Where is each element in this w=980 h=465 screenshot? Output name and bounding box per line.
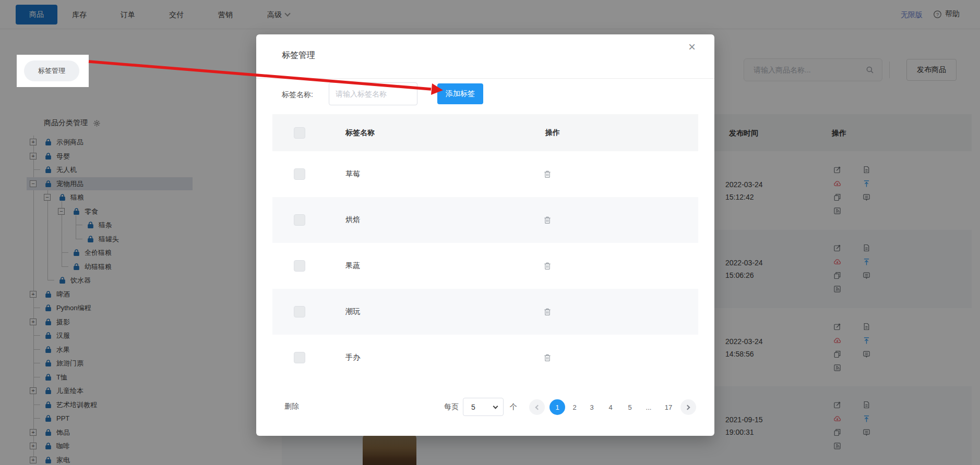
trash-icon[interactable]	[543, 307, 552, 316]
column-tag-name: 标签名称	[345, 128, 375, 138]
per-page-select[interactable]: 5	[463, 398, 504, 416]
tag-name-label: 标签名称:	[282, 90, 313, 100]
tag-row: 果蔬	[272, 243, 698, 289]
chevron-left-icon	[535, 405, 541, 410]
row-checkbox[interactable]	[294, 260, 305, 272]
app-window: 商品 库存 订单 交付 营销 高级 无限版 帮助 商品分类管理 +示例商品 +母…	[0, 0, 980, 465]
trash-icon[interactable]	[543, 261, 552, 271]
modal-title: 标签管理	[282, 50, 315, 61]
page-button-3[interactable]: 3	[584, 399, 600, 415]
tag-name-input[interactable]	[329, 82, 417, 105]
tag-table: 标签名称 操作 草莓 烘焙 果蔬 潮玩	[272, 114, 698, 381]
page-button-1[interactable]: 1	[549, 399, 565, 415]
page-button-17[interactable]: 17	[661, 399, 676, 415]
tag-name: 潮玩	[345, 307, 360, 316]
tag-row: 烘焙	[272, 197, 698, 243]
add-tag-button[interactable]: 添加标签	[437, 83, 483, 104]
row-checkbox[interactable]	[294, 168, 305, 180]
tag-name: 手办	[345, 353, 360, 362]
trash-icon[interactable]	[543, 215, 552, 225]
tag-row: 草莓	[272, 151, 698, 197]
select-all-checkbox[interactable]	[294, 127, 305, 139]
row-checkbox[interactable]	[294, 214, 305, 226]
modal-divider	[256, 78, 714, 79]
delete-selected-button[interactable]: 删除	[284, 402, 299, 411]
page-button-2[interactable]: 2	[567, 399, 582, 415]
tag-table-header: 标签名称 操作	[272, 114, 698, 151]
per-page-unit: 个	[510, 402, 517, 412]
page-button-5[interactable]: 5	[622, 399, 638, 415]
column-actions: 操作	[545, 128, 560, 138]
row-checkbox[interactable]	[294, 352, 305, 363]
per-page-value: 5	[471, 403, 475, 411]
tag-name: 烘焙	[345, 215, 360, 225]
prev-page-button[interactable]	[529, 399, 545, 415]
row-checkbox[interactable]	[294, 306, 305, 317]
page-button-4[interactable]: 4	[603, 399, 618, 415]
spotlight-box: 标签管理	[17, 55, 89, 87]
tag-manager-modal: 标签管理 × 标签名称: 添加标签 标签名称 操作 草莓 烘焙	[256, 34, 714, 436]
chevron-down-icon	[493, 404, 498, 409]
tag-manager-button[interactable]: 标签管理	[24, 60, 79, 81]
tag-row: 潮玩	[272, 289, 698, 335]
tag-row: 手办	[272, 335, 698, 381]
tag-name: 草莓	[345, 169, 360, 179]
per-page-label: 每页	[444, 402, 459, 412]
trash-icon[interactable]	[543, 353, 552, 362]
chevron-right-icon	[685, 405, 690, 410]
trash-icon[interactable]	[543, 169, 552, 179]
close-icon[interactable]: ×	[688, 41, 696, 53]
page-ellipsis[interactable]: ...	[641, 399, 656, 415]
tag-name: 果蔬	[345, 261, 360, 271]
next-page-button[interactable]	[680, 399, 696, 415]
